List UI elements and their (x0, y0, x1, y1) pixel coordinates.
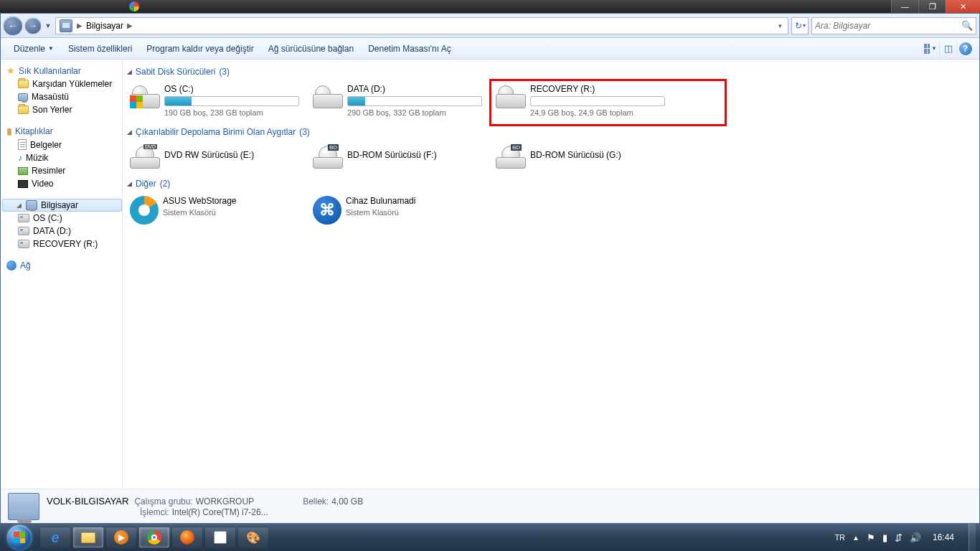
nav-libraries-header[interactable]: Kitaplıklar (5, 125, 122, 138)
background-chrome-tabstrip: — ❐ ✕ (0, 0, 980, 13)
drive-capacity-text: 190 GB boş, 238 GB toplam (164, 108, 306, 117)
nav-music[interactable]: ♪Müzik (5, 151, 122, 164)
item-asus-webstorage[interactable]: ASUS WebStorage Sistem Klasörü (126, 193, 308, 232)
start-button[interactable] (0, 524, 39, 551)
volume-icon[interactable]: 🔊 (910, 532, 921, 543)
details-computer-name: VOLK-BILGISAYAR (47, 496, 128, 507)
item-bluetooth-notfound[interactable]: ⌘ Cihaz Bulunamadi Sistem Klasörü (308, 193, 491, 232)
refresh-button[interactable]: ↻▾ (791, 17, 809, 34)
nav-favorites-header[interactable]: Sık Kullanılanlar (5, 64, 122, 77)
nav-network-header[interactable]: Ağ (5, 259, 122, 272)
item-label: Cihaz Bulunamadi (346, 196, 489, 206)
command-bar: Düzenle▼ Sistem özellikleri Program kald… (1, 38, 979, 60)
drive-recovery-r[interactable]: RECOVERY (R:) 24,9 GB boş, 24,9 GB topla… (491, 81, 725, 124)
details-cpu-value: Intel(R) Core(TM) i7-26... (172, 507, 268, 517)
group-header-other[interactable]: ◢Diğer (2) (127, 179, 974, 189)
nav-computer[interactable]: ◢Bilgisayar (2, 199, 122, 212)
preview-pane-button[interactable]: ◫ (939, 41, 956, 57)
search-input[interactable] (815, 21, 961, 31)
nav-drive-d[interactable]: DATA (D:) (5, 225, 122, 237)
nav-downloads[interactable]: Karşıdan Yüklemeler (5, 77, 122, 90)
drive-os-c[interactable]: OS (C:) 190 GB boş, 238 GB toplam (126, 81, 308, 124)
capacity-bar (530, 96, 665, 106)
window-close-button[interactable]: ✕ (946, 0, 980, 13)
computer-icon (60, 19, 72, 32)
details-cpu-key: İşlemci: (140, 507, 169, 517)
chrome-tab-icon (129, 1, 139, 11)
drive-capacity-text: 24,9 GB boş, 24,9 GB toplam (530, 108, 674, 117)
breadcrumb-bar[interactable]: ▶ Bilgisayar ▶ ▾ (55, 17, 788, 34)
nav-pictures[interactable]: Resimler (5, 164, 122, 177)
item-sublabel: Sistem Klasörü (163, 208, 306, 217)
taskbar-ie[interactable]: e (39, 527, 71, 548)
taskbar-chrome[interactable] (138, 527, 170, 548)
explorer-window: ← → ▼ ▶ Bilgisayar ▶ ▾ ↻▾ 🔍 Düzenle▼ Sis… (0, 13, 980, 524)
navigation-pane: Sık Kullanılanlar Karşıdan Yüklemeler Ma… (1, 60, 123, 489)
nav-drive-r[interactable]: RECOVERY (R:) (5, 237, 122, 250)
flag-icon[interactable]: ⚑ (867, 532, 875, 543)
nav-history-dropdown[interactable]: ▼ (44, 22, 52, 29)
tray-overflow-icon[interactable]: ▲ (852, 534, 859, 542)
drive-label: OS (C:) (164, 84, 306, 94)
computer-thumb-icon (8, 493, 39, 520)
group-header-hdd[interactable]: ◢Sabit Disk Sürücüleri (3) (127, 67, 974, 77)
details-workgroup-key: Çalışma grubu: (134, 496, 192, 507)
breadcrumb-dropdown-icon[interactable]: ▾ (773, 22, 786, 29)
language-indicator[interactable]: TR (834, 533, 845, 542)
drive-label: RECOVERY (R:) (530, 84, 674, 94)
open-control-panel-button[interactable]: Denetim Masası'nı Aç (361, 41, 458, 57)
item-label: ASUS WebStorage (163, 196, 306, 206)
capacity-bar (347, 96, 482, 106)
taskbar-explorer[interactable] (72, 527, 104, 548)
taskbar-firefox[interactable] (171, 527, 203, 548)
hard-drive-icon (130, 85, 160, 108)
taskbar: e ▶ 🎨 TR ▲ ⚑ ▮ ⇵ 🔊 16:44 (0, 524, 980, 551)
hard-drive-icon (313, 85, 343, 108)
nav-back-button[interactable]: ← (4, 17, 22, 35)
search-box[interactable]: 🔍 (811, 17, 976, 34)
drive-bd-g[interactable]: BD BD-ROM Sürücüsü (G:) (491, 141, 674, 176)
search-icon: 🔍 (961, 20, 973, 31)
breadcrumb-sep-icon[interactable]: ▶ (127, 22, 133, 29)
breadcrumb-sep: ▶ (77, 22, 83, 29)
show-desktop-button[interactable] (969, 524, 976, 551)
clock[interactable]: 16:44 (928, 532, 958, 542)
map-network-drive-button[interactable]: Ağ sürücüsüne bağlan (261, 41, 361, 57)
taskbar-paint[interactable]: 🎨 (237, 527, 269, 548)
drive-dvd-e[interactable]: DVD DVD RW Sürücüsü (E:) (126, 141, 308, 176)
change-view-button[interactable]: ▼ (922, 41, 939, 57)
breadcrumb-location[interactable]: Bilgisayar (85, 21, 125, 31)
group-header-removable[interactable]: ◢Çıkarılabilir Depolama Birimi Olan Aygı… (127, 127, 974, 137)
details-memory-key: Bellek: (303, 496, 329, 507)
drive-data-d[interactable]: DATA (D:) 290 GB boş, 332 GB toplam (308, 81, 491, 124)
nav-drive-c[interactable]: OS (C:) (5, 212, 122, 225)
window-minimize-button[interactable]: — (891, 0, 918, 13)
nav-documents[interactable]: Belgeler (5, 138, 122, 151)
power-icon[interactable]: ▮ (882, 532, 887, 543)
details-pane: VOLK-BILGISAYAR Çalışma grubu:WORKGROUP … (1, 489, 979, 523)
taskbar-mediaplayer[interactable]: ▶ (105, 527, 137, 548)
drive-label: DVD RW Sürücüsü (E:) (164, 150, 306, 160)
system-properties-button[interactable]: Sistem özellikleri (61, 41, 139, 57)
webstorage-icon (130, 196, 159, 225)
drive-label: DATA (D:) (347, 84, 489, 94)
uninstall-program-button[interactable]: Program kaldır veya değiştir (139, 41, 260, 57)
details-memory-value: 4,00 GB (331, 496, 363, 507)
nav-forward-button[interactable]: → (25, 18, 41, 34)
drive-label: BD-ROM Sürücüsü (G:) (530, 150, 672, 160)
window-maximize-button[interactable]: ❐ (918, 0, 946, 13)
hard-drive-icon (496, 85, 526, 108)
organize-menu[interactable]: Düzenle▼ (6, 41, 61, 57)
capacity-bar (164, 96, 299, 106)
nav-desktop[interactable]: Masaüstü (5, 90, 122, 103)
bd-drive-icon: BD (313, 146, 343, 169)
drive-capacity-text: 290 GB boş, 332 GB toplam (347, 108, 489, 117)
address-bar: ← → ▼ ▶ Bilgisayar ▶ ▾ ↻▾ 🔍 (1, 14, 979, 38)
help-button[interactable]: ? (956, 41, 974, 57)
nav-recent[interactable]: Son Yerler (5, 103, 122, 116)
dvd-drive-icon: DVD (130, 146, 160, 169)
network-icon[interactable]: ⇵ (895, 532, 903, 543)
nav-videos[interactable]: Video (5, 177, 122, 190)
taskbar-app[interactable] (204, 527, 236, 548)
drive-bd-f[interactable]: BD BD-ROM Sürücüsü (F:) (308, 141, 491, 176)
